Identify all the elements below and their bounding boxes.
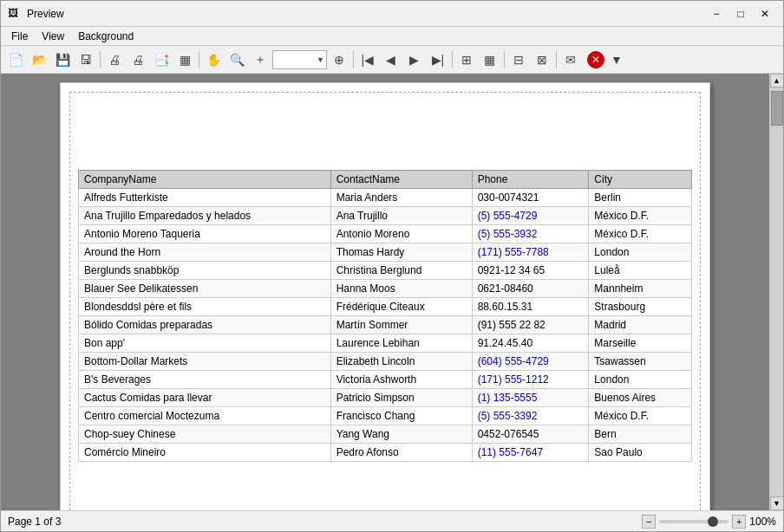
table-row: Cactus Comidas para llevarPatricio Simps… (79, 389, 692, 407)
table-cell: B's Beverages (79, 371, 331, 389)
table-cell: (5) 555-4729 (472, 207, 589, 225)
table-cell: México D.F. (589, 207, 692, 225)
save-button[interactable]: 💾 (51, 49, 74, 71)
zoom-slider[interactable] (659, 520, 728, 523)
menu-view[interactable]: View (35, 29, 71, 44)
scroll-down-button[interactable]: ▼ (770, 496, 784, 510)
minimize-button[interactable]: − (705, 5, 728, 23)
table-cell: (1) 135-5555 (472, 389, 589, 407)
table-cell: Thomas Hardy (330, 243, 472, 262)
toolbar-sep4 (452, 51, 453, 68)
table-cell: (5) 555-3392 (472, 407, 589, 425)
table-cell: Ana Trujillo Emparedados y helados (79, 207, 331, 225)
table-row: Berglunds snabbköpChristina Berglund0921… (79, 262, 692, 280)
table-cell: Patricio Simpson (330, 389, 472, 407)
table-cell: Frédérique Citeaux (330, 298, 472, 316)
table-row: Centro comercial MoctezumaFrancisco Chan… (79, 407, 692, 425)
col-contact: ContactName (330, 171, 472, 189)
export2-button[interactable]: ⊠ (531, 49, 553, 71)
table-row: Bottom-Dollar MarketsElizabeth Lincoln(6… (79, 353, 692, 371)
table-cell: Bern (589, 425, 692, 444)
zoom-input[interactable]: 100% (273, 54, 315, 66)
table-cell: Martín Sommer (330, 316, 472, 334)
stop-button[interactable]: ✕ (587, 51, 604, 68)
table-row: Around the HornThomas Hardy(171) 555-778… (79, 243, 692, 262)
table-cell: Tsawassen (589, 353, 692, 371)
table-cell: (91) 555 22 82 (472, 316, 589, 334)
table-cell: Bólido Comidas preparadas (79, 316, 331, 334)
table-row: Bólido Comidas preparadasMartín Sommer(9… (79, 316, 692, 334)
zoom-slider-thumb[interactable] (708, 516, 718, 527)
toolbar-sep3 (353, 51, 354, 68)
statusbar: Page 1 of 3 − + 100% (1, 510, 783, 531)
zoom-in-button[interactable]: ＋ (249, 49, 271, 71)
zoom-minus-button[interactable]: − (642, 515, 656, 529)
table-row: Blauer See DelikatessenHanna Moos0621-08… (79, 280, 692, 298)
table-cell: Madrid (589, 316, 692, 334)
zoom-dropdown-arrow[interactable]: ▼ (315, 55, 326, 64)
zoom-percentage: 100% (749, 516, 776, 528)
header-button[interactable]: ⊟ (507, 49, 530, 71)
nav-first-button[interactable]: |◀ (356, 49, 379, 71)
columns-button[interactable]: ▦ (479, 49, 501, 71)
table-row: Comércio MineiroPedro Afonso(11) 555-764… (79, 444, 692, 462)
menu-file[interactable]: File (4, 29, 35, 44)
col-city: City (589, 171, 692, 189)
toolbar-sep5 (504, 51, 505, 68)
layout-button[interactable]: ⊞ (455, 49, 478, 71)
table-cell: 0452-076545 (472, 425, 589, 444)
table-row: Blondesddsl père et filsFrédérique Citea… (79, 298, 692, 316)
toolbar-sep1 (100, 51, 101, 68)
print-button[interactable]: 🖨 (103, 49, 126, 71)
new-button[interactable]: 📄 (4, 49, 27, 71)
table-row: Alfreds FutterkisteMaria Anders030-00743… (79, 189, 692, 207)
zoom-control[interactable]: 100% ▼ (272, 50, 327, 69)
email-button[interactable]: ✉ (559, 49, 582, 71)
maximize-button[interactable]: □ (729, 5, 752, 23)
scroll-up-button[interactable]: ▲ (770, 74, 784, 88)
table-cell: (171) 555-7788 (472, 243, 589, 262)
table-cell: México D.F. (589, 407, 692, 425)
scroll-track[interactable] (770, 88, 783, 496)
table-cell: Laurence Lebihan (330, 334, 472, 353)
vertical-scrollbar: ▲ ▼ (769, 74, 783, 510)
table-cell: Maria Anders (330, 189, 472, 207)
scroll-thumb[interactable] (771, 91, 783, 126)
table-cell: 88.60.15.31 (472, 298, 589, 316)
col-company: CompanyName (79, 171, 331, 189)
save2-button[interactable]: 🖫 (75, 49, 97, 71)
page-content: CompanyName ContactName Phone City Alfre… (61, 83, 709, 479)
table-cell: Centro comercial Moctezuma (79, 407, 331, 425)
menubar: File View Background (1, 27, 783, 46)
nav-play-button[interactable]: ▶ (403, 49, 426, 71)
open-button[interactable]: 📂 (28, 49, 50, 71)
close-button[interactable]: ✕ (754, 5, 776, 23)
hand-button[interactable]: ✋ (202, 49, 225, 71)
page-area: CompanyName ContactName Phone City Alfre… (1, 74, 769, 510)
table-cell: Berglunds snabbköp (79, 262, 331, 280)
menu-background[interactable]: Background (71, 29, 140, 44)
export-button[interactable]: 📑 (150, 49, 173, 71)
table-cell: Yang Wang (330, 425, 472, 444)
print2-button[interactable]: 🖨 (127, 49, 149, 71)
table-cell: Elizabeth Lincoln (330, 353, 472, 371)
table-cell: Marseille (589, 334, 692, 353)
table-cell: Alfreds Futterkiste (79, 189, 331, 207)
view-button[interactable]: ▦ (173, 49, 196, 71)
table-row: Bon app'Laurence Lebihan91.24.45.40Marse… (79, 334, 692, 353)
zoom-out-button[interactable]: 🔍 (225, 49, 248, 71)
nav-prev-button[interactable]: ◀ (380, 49, 402, 71)
main-window: 🖼 Preview − □ ✕ File View Background 📄 📂… (0, 0, 784, 532)
toolbar-sep6 (556, 51, 557, 68)
table-cell: Strasbourg (589, 298, 692, 316)
window-title: Preview (27, 8, 705, 20)
zoom-plus-button[interactable]: + (732, 515, 746, 529)
table-cell: Sao Paulo (589, 444, 692, 462)
table-cell: Blauer See Delikatessen (79, 280, 331, 298)
nav-next-button[interactable]: ▶| (427, 49, 449, 71)
table-cell: Francisco Chang (330, 407, 472, 425)
table-cell: 030-0074321 (472, 189, 589, 207)
zoom-fit-button[interactable]: ⊕ (328, 49, 350, 71)
table-cell: 0921-12 34 65 (472, 262, 589, 280)
more-button[interactable]: ▼ (605, 49, 628, 71)
